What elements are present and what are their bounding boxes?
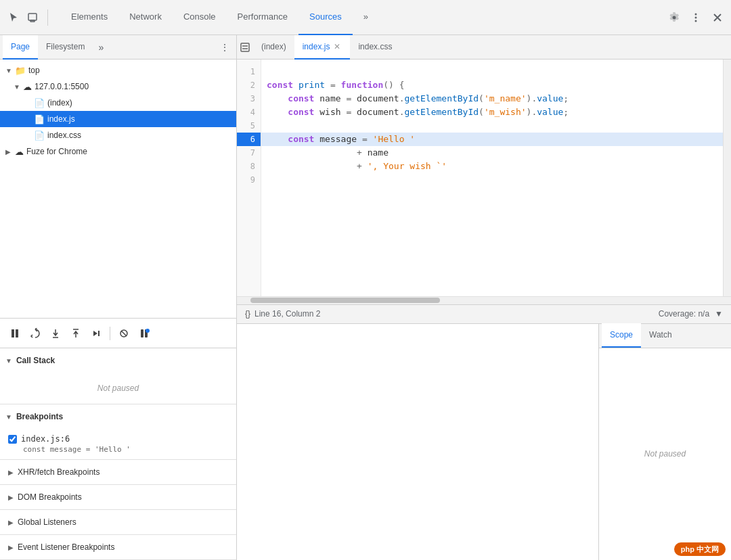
scroll-thumb[interactable] (250, 298, 440, 303)
code-line-8: + ', Your wish `' (261, 160, 723, 173)
code-tab-close-indexjs[interactable]: ✕ (332, 41, 342, 53)
toolbar-icons (5, 9, 52, 26)
line-col-status: Line 16, Column 2 (254, 309, 320, 319)
tab-more[interactable]: » (353, 0, 379, 35)
right-panel: (index) index.js ✕ index.css 1 2 3 4 5 6… (237, 35, 731, 560)
left-panel: Page Filesystem » ⋮ ▼ 📁 top ▼ ☁ 127.0.0.… (0, 35, 237, 560)
file-tree: ▼ 📁 top ▼ ☁ 127.0.0.1:5500 📄 (index) 📄 i… (0, 60, 236, 318)
pause-button[interactable] (5, 324, 24, 343)
deactivate-button[interactable] (114, 324, 133, 343)
dom-header[interactable]: ▶ DOM Breakpoints (0, 485, 236, 509)
code-editor: 1 2 3 4 5 6 7 8 9 const print = function… (237, 60, 731, 296)
tab-elements[interactable]: Elements (60, 0, 118, 35)
event-bp-header[interactable]: ▶ Event Listener Breakpoints (0, 535, 236, 559)
more-options-icon[interactable] (688, 9, 704, 26)
tab-performance[interactable]: Performance (227, 0, 298, 35)
event-bp-section: ▶ Event Listener Breakpoints (0, 535, 236, 560)
xhr-header[interactable]: ▶ XHR/fetch Breakpoints (0, 460, 236, 484)
folder-icon: 📁 (15, 66, 26, 76)
code-line-9 (261, 173, 723, 187)
line-num-3: 3 (237, 92, 261, 106)
tab-console[interactable]: Console (173, 0, 227, 35)
code-tab-indexjs[interactable]: index.js ✕ (294, 35, 351, 60)
tree-item-indexjs[interactable]: 📄 index.js (0, 111, 236, 127)
panel-tab-more[interactable]: » (94, 42, 108, 53)
watch-panel: Scope Watch Not paused (599, 324, 731, 561)
tree-item-index[interactable]: 📄 (index) (0, 95, 236, 111)
svg-rect-6 (16, 329, 18, 337)
html-file-icon: 📄 (34, 98, 45, 108)
line-num-5: 5 (237, 119, 261, 133)
step-over-button[interactable] (26, 324, 45, 343)
svg-point-3 (695, 16, 697, 18)
tree-item-fuze[interactable]: ▶ ☁ Fuze for Chrome (0, 143, 236, 160)
coverage-status: Coverage: n/a (659, 309, 709, 319)
tab-sources[interactable]: Sources (298, 0, 353, 35)
tab-page[interactable]: Page (3, 35, 38, 60)
call-stack-arrow: ▼ (5, 357, 12, 365)
status-right: Coverage: n/a ▼ (659, 309, 723, 319)
tab-network[interactable]: Network (118, 0, 173, 35)
line-numbers: 1 2 3 4 5 6 7 8 9 (237, 60, 261, 296)
svg-rect-0 (28, 14, 37, 20)
debug-separator (110, 327, 110, 340)
breakpoint-checkbox[interactable] (8, 435, 17, 444)
watermark-badge: php 中文网 (674, 542, 726, 556)
tab-filesystem[interactable]: Filesystem (38, 35, 93, 60)
cloud-icon-fuze: ☁ (15, 147, 24, 157)
scope-tab[interactable]: Scope (602, 323, 641, 348)
toolbar-right (666, 9, 726, 26)
close-icon[interactable] (709, 9, 726, 26)
settings-icon[interactable] (666, 9, 682, 26)
code-nav-back[interactable] (237, 39, 253, 55)
main-tabs: Elements Network Console Performance Sou… (60, 0, 666, 35)
dom-arrow: ▶ (8, 494, 14, 501)
code-content[interactable]: const print = function() { const name = … (261, 60, 723, 296)
css-file-icon: 📄 (34, 131, 45, 141)
call-stack-header[interactable]: ▼ Call Stack (0, 348, 236, 373)
breakpoint-code: const message = 'Hello ' (8, 445, 228, 454)
line-num-9: 9 (237, 173, 261, 187)
code-line-6: const message = 'Hello ' (261, 133, 723, 146)
breakpoints-header[interactable]: ▼ Breakpoints (0, 404, 236, 429)
code-tab-indexcss[interactable]: index.css (350, 35, 400, 60)
breakpoint-header: index.js:6 (8, 434, 228, 444)
xhr-arrow: ▶ (8, 469, 14, 476)
svg-rect-9 (141, 329, 143, 337)
call-stack-content: Not paused (0, 373, 236, 404)
tree-item-top[interactable]: ▼ 📁 top (0, 62, 236, 78)
breakpoint-label: index.js:6 (21, 434, 70, 444)
step-out-button[interactable] (66, 324, 85, 343)
tree-item-indexcss[interactable]: 📄 index.css (0, 127, 236, 143)
breakpoints-content: index.js:6 const message = 'Hello ' (0, 429, 236, 459)
code-line-1 (261, 65, 723, 78)
breakpoint-item: index.js:6 const message = 'Hello ' (0, 431, 236, 457)
pause-exceptions-button[interactable] (135, 324, 154, 343)
breakpoints-section: ▼ Breakpoints index.js:6 const message =… (0, 404, 236, 460)
line-num-6: 6 (237, 133, 261, 146)
global-listeners-header[interactable]: ▶ Global Listeners (0, 510, 236, 534)
xhr-section: ▶ XHR/fetch Breakpoints (0, 460, 236, 485)
line-num-4: 4 (237, 106, 261, 119)
panel-tab-menu[interactable]: ⋮ (216, 42, 234, 53)
toolbar: Elements Network Console Performance Sou… (0, 0, 731, 35)
bottom-panels: Scope Watch Not paused (237, 323, 731, 561)
dom-section: ▶ DOM Breakpoints (0, 485, 236, 510)
device-icon[interactable] (24, 9, 41, 26)
coverage-icon[interactable]: ▼ (715, 309, 723, 319)
svg-point-2 (695, 13, 697, 15)
horizontal-scroll[interactable] (237, 296, 731, 304)
main-area: Page Filesystem » ⋮ ▼ 📁 top ▼ ☁ 127.0.0.… (0, 35, 731, 560)
event-bp-arrow: ▶ (8, 544, 14, 551)
cloud-icon: ☁ (23, 82, 32, 92)
code-line-2: const print = function() { (261, 78, 723, 92)
tree-arrow-server: ▼ (14, 83, 23, 91)
scroll-indicator[interactable] (723, 60, 731, 296)
watch-tab[interactable]: Watch (641, 323, 680, 348)
code-tab-index[interactable]: (index) (253, 35, 294, 60)
cursor-icon[interactable] (5, 9, 22, 26)
code-tabs: (index) index.js ✕ index.css (237, 35, 731, 60)
step-into-button[interactable] (46, 324, 65, 343)
step-button[interactable] (87, 324, 106, 343)
tree-item-server[interactable]: ▼ ☁ 127.0.0.1:5500 (0, 78, 236, 95)
